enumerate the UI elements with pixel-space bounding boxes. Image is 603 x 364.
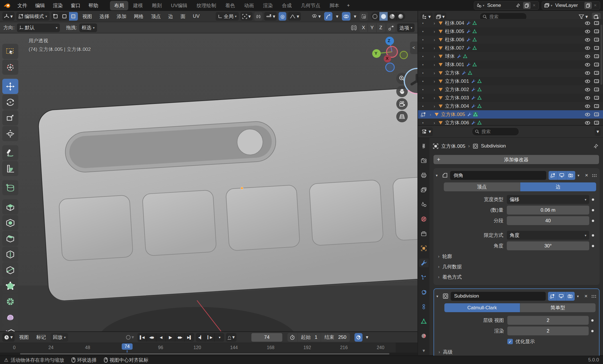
measure-tool[interactable] [2, 161, 18, 176]
drag-handle[interactable] [591, 294, 597, 298]
width-type-dropdown[interactable]: 偏移▾ [507, 195, 589, 204]
properties-editor-type-button[interactable]: ▾ [420, 127, 433, 136]
current-frame-field[interactable]: 74 [251, 333, 282, 342]
tab-texture-paint[interactable]: 纹理绘制 [192, 1, 220, 10]
close-icon[interactable]: × [584, 172, 589, 178]
menu-uv[interactable]: UV [190, 12, 203, 20]
outliner-row[interactable]: •› 立方体 [418, 69, 603, 77]
tab-object-data[interactable] [419, 317, 429, 326]
render-camera-icon[interactable] [594, 121, 599, 125]
render-camera-icon[interactable] [594, 29, 599, 33]
jump-to-end-button[interactable]: ▶▌ [185, 333, 194, 342]
tab-strip-overflow[interactable]: ▾ [419, 346, 429, 355]
solid-shading-button[interactable] [379, 12, 388, 21]
hide-eye-icon[interactable] [585, 21, 590, 25]
menu-face[interactable]: 面 [178, 12, 188, 21]
animate-dot[interactable] [589, 330, 596, 332]
outliner-row[interactable]: •› 柱体.007 [418, 44, 603, 52]
rotate-tool[interactable] [2, 95, 18, 110]
tab-viewlayer[interactable] [419, 186, 429, 194]
tab-scripting[interactable]: 脚本 [325, 1, 344, 10]
snap-toggle[interactable] [254, 12, 263, 21]
prev-keyframe-button[interactable]: ◀◆ [147, 333, 156, 342]
new-scene-button[interactable] [523, 2, 531, 9]
hide-eye-icon[interactable] [585, 88, 590, 91]
hide-eye-icon[interactable] [585, 38, 590, 42]
tab-uv-editing[interactable]: UV编辑 [167, 1, 192, 10]
inset-faces-tool[interactable] [2, 215, 18, 230]
menu-mesh[interactable]: 网格 [131, 12, 147, 21]
poly-build-tool[interactable] [2, 278, 18, 293]
unlink-scene-icon[interactable]: × [531, 3, 537, 8]
visibility-dropdown[interactable]: ▾ [310, 12, 323, 21]
timeline-ruler[interactable]: 0 24 48 96 120 144 168 192 216 240 74 [0, 343, 417, 355]
options-dropdown[interactable]: 选项 ▾ [397, 23, 415, 32]
render-camera-icon[interactable] [594, 104, 599, 108]
animate-dot[interactable] [589, 209, 597, 211]
collapse-chevron-icon[interactable]: ▾ [436, 173, 440, 178]
pivot-point-dropdown[interactable]: ▾ [241, 12, 253, 21]
annotate-tool[interactable] [2, 145, 18, 160]
tab-scene[interactable] [419, 200, 429, 209]
render-camera-icon[interactable] [594, 71, 599, 75]
simple-tab[interactable]: 简单型 [520, 303, 596, 312]
tab-constraints[interactable] [419, 302, 429, 311]
menu-edit[interactable]: 编辑 [31, 1, 49, 10]
outliner-row[interactable]: •› 柱体.004 [418, 19, 603, 27]
drag-handle[interactable] [592, 174, 597, 177]
vertex-select-button[interactable] [51, 12, 60, 21]
remove-viewlayer-icon[interactable]: × [592, 3, 599, 8]
subdivision-name-field[interactable]: Subdivision [451, 292, 546, 301]
scale-tool[interactable] [2, 110, 18, 125]
subdivision-render-toggle[interactable] [566, 292, 575, 301]
bevel-section-geometry[interactable]: ›几何数据 [436, 261, 597, 272]
loop-cut-tool[interactable] [2, 247, 18, 262]
tab-shading[interactable]: 着色 [221, 1, 239, 10]
viewlayer-icon[interactable] [543, 3, 551, 8]
menu-window[interactable]: 窗口 [67, 1, 84, 10]
proportional-editing-toggle[interactable]: ◎ [279, 12, 286, 21]
proportional-falloff-dropdown[interactable]: ▾ [288, 12, 301, 21]
bevel-vertices-tab[interactable]: 顶点 [444, 182, 520, 191]
gizmos-toggle[interactable] [324, 12, 332, 21]
overlays-dropdown[interactable]: ▾ [352, 12, 358, 21]
auto-key-button[interactable]: ▾ [124, 333, 136, 342]
outliner-row[interactable]: •› 球体 [418, 52, 603, 60]
menu-view[interactable]: 视图 [80, 12, 95, 21]
modifier-extras-dropdown[interactable]: ▾ [578, 173, 582, 178]
render-camera-icon[interactable] [594, 38, 599, 42]
hide-eye-icon[interactable] [585, 30, 590, 33]
tab-rendering[interactable]: 渲染 [259, 1, 277, 10]
bevel-realtime-toggle[interactable] [557, 171, 566, 180]
extrude-region-tool[interactable] [2, 199, 18, 215]
tab-render[interactable] [419, 156, 429, 165]
render-camera-icon[interactable] [594, 113, 599, 116]
step-dropdown[interactable]: ▾ [215, 333, 224, 342]
start-frame-field[interactable]: 起始 1 [297, 333, 321, 342]
properties-search-input[interactable] [482, 129, 516, 134]
tab-physics[interactable] [419, 288, 429, 296]
overlays-toggle[interactable] [342, 12, 350, 21]
editor-type-button[interactable]: ▾ [2, 12, 15, 21]
properties-search[interactable] [472, 127, 519, 136]
gizmos-dropdown[interactable]: ▾ [334, 12, 340, 21]
spin-tool[interactable] [2, 294, 18, 309]
subdivision-realtime-toggle[interactable] [557, 292, 566, 301]
preview-range-button[interactable] [287, 333, 297, 342]
navigation-gizmo[interactable]: Z Y X [369, 36, 412, 76]
timeline-menu-marker[interactable]: 标记 [34, 333, 49, 342]
limit-method-dropdown[interactable]: 角度▾ [507, 231, 589, 240]
smooth-tool[interactable] [2, 310, 18, 325]
optimal-display-checkbox[interactable]: ✓ [507, 339, 513, 344]
segments-field[interactable]: 40 [507, 216, 589, 225]
hide-eye-icon[interactable] [585, 63, 590, 66]
mirror-y-button[interactable]: Y [368, 23, 377, 32]
bevel-section-shading[interactable]: ›着色方式 [436, 272, 597, 282]
tab-material[interactable] [419, 332, 429, 340]
close-icon[interactable]: × [583, 293, 589, 299]
add-modifier-button[interactable]: + 添加修改器 [433, 155, 599, 164]
animate-dot[interactable] [589, 234, 597, 237]
direction-dropdown[interactable]: 默认 ▾ [17, 23, 60, 32]
mirror-x-button[interactable]: X [359, 23, 368, 32]
scene-data-icon[interactable] [475, 3, 483, 8]
